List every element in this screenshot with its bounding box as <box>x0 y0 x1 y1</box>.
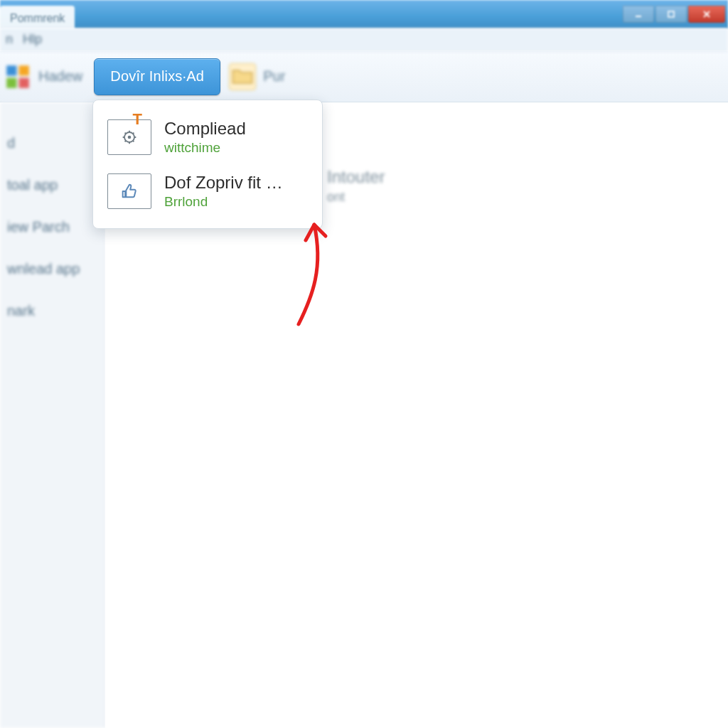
window-title-tab[interactable]: Pommrenk <box>0 6 75 28</box>
sidebar-item-label: d <box>7 135 15 151</box>
maximize-button[interactable] <box>655 6 687 23</box>
svg-rect-7 <box>19 77 29 87</box>
menubar: n Hlp <box>0 28 728 51</box>
svg-point-9 <box>128 136 132 139</box>
dropdown-item-subtitle: Brrlond <box>164 194 283 210</box>
dropdown-item-text: Compliead wittchime <box>164 119 246 156</box>
toolbar-left-group: Hadew <box>4 63 82 90</box>
dropdown-item-text: Dof Zopriv fit … Brrlond <box>164 173 283 210</box>
toolbar-right-label[interactable]: Pur <box>263 68 285 85</box>
svg-rect-5 <box>19 65 29 75</box>
gear-frame-icon: T <box>107 119 151 155</box>
svg-rect-6 <box>6 77 16 87</box>
dropdown-item-compliead[interactable]: T Compliead wittchime <box>96 110 319 164</box>
close-button[interactable] <box>688 6 725 23</box>
svg-rect-4 <box>6 65 16 75</box>
sidebar-item[interactable]: toal app <box>0 164 105 206</box>
toolbar: Hadew Dovîr Inlixs·Ad Pur <box>0 51 728 102</box>
sidebar-item-label: toal app <box>7 177 58 193</box>
badge-t-icon: T <box>133 110 142 129</box>
window-controls <box>623 6 725 23</box>
sidebar-item-label: iew Parch <box>7 219 70 235</box>
sidebar-item[interactable]: wnlead app <box>0 248 105 290</box>
sidebar-item[interactable]: d <box>0 122 105 164</box>
dropdown-item-title: Dof Zopriv fit … <box>164 173 283 193</box>
dropdown-menu: T Compliead wittchime Dof Zopriv fit … B… <box>92 100 323 229</box>
primary-button-label: Dovîr Inlixs·Ad <box>110 68 204 85</box>
background-text: Intouter ont <box>327 167 385 205</box>
sidebar: d toal app iew Parch wnlead app nark <box>0 102 105 728</box>
sidebar-item-label: wnlead app <box>7 261 80 277</box>
window-titlebar: Pommrenk <box>0 0 728 28</box>
folder-icon <box>229 63 256 90</box>
menu-item[interactable]: Hlp <box>23 32 42 47</box>
dropdown-item-zopriv[interactable]: Dof Zopriv fit … Brrlond <box>96 164 319 218</box>
sidebar-item-label: nark <box>7 303 35 318</box>
background-text-line: ont <box>327 190 385 205</box>
dropdown-item-subtitle: wittchime <box>164 140 246 156</box>
dropdown-item-title: Compliead <box>164 119 246 139</box>
primary-dropdown-button[interactable]: Dovîr Inlixs·Ad <box>94 58 220 95</box>
sidebar-item[interactable]: nark <box>0 290 105 332</box>
app-logo-icon <box>4 63 31 90</box>
toolbar-left-label[interactable]: Hadew <box>38 68 82 85</box>
background-text-line: Intouter <box>327 167 385 187</box>
window-title-text: Pommrenk <box>10 12 65 25</box>
svg-rect-1 <box>668 11 674 17</box>
menu-item[interactable]: n <box>6 32 13 47</box>
toolbar-right-group: Pur <box>229 63 285 90</box>
minimize-button[interactable] <box>623 6 654 23</box>
sidebar-item[interactable]: iew Parch <box>0 206 105 248</box>
thumb-frame-icon <box>107 173 151 209</box>
